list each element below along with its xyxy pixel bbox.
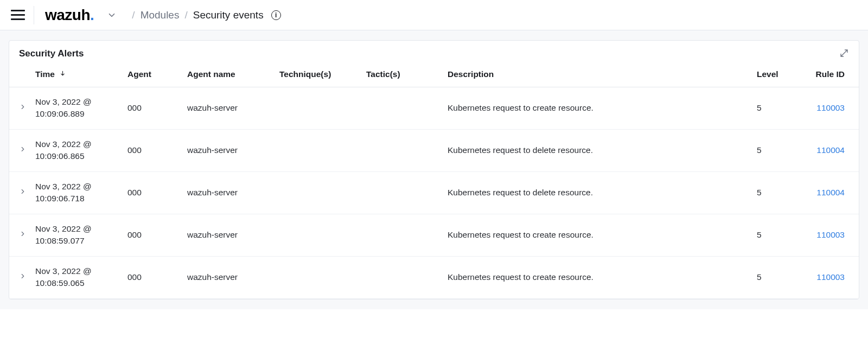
table-row[interactable]: Nov 3, 2022 @10:09:06.889000wazuh-server…: [9, 87, 859, 130]
breadcrumb-parent[interactable]: Modules: [141, 9, 180, 21]
table-row[interactable]: Nov 3, 2022 @10:08:59.077000wazuh-server…: [9, 214, 859, 256]
column-expand: [9, 64, 29, 87]
column-technique[interactable]: Technique(s): [273, 64, 360, 87]
logo-text: wazuh: [45, 7, 90, 24]
cell-level: 5: [750, 256, 799, 298]
chevron-right-icon: [19, 230, 27, 238]
cell-rule-id-link[interactable]: 110003: [799, 214, 859, 256]
cell-technique: [273, 214, 360, 256]
cell-technique: [273, 171, 360, 214]
alerts-table: Time Agent Agent name Technique(s) Tacti…: [9, 64, 859, 299]
app-menu-dropdown[interactable]: [107, 10, 117, 20]
cell-agent-name: wazuh-server: [181, 214, 273, 256]
menu-toggle-button[interactable]: [11, 8, 25, 22]
column-time[interactable]: Time: [29, 64, 121, 87]
cell-technique: [273, 87, 360, 130]
sort-down-icon: [59, 69, 66, 79]
cell-time: Nov 3, 2022 @10:09:06.718: [29, 171, 121, 214]
column-level[interactable]: Level: [750, 64, 799, 87]
cell-agent-name: wazuh-server: [181, 87, 273, 130]
cell-agent-name: wazuh-server: [181, 256, 273, 298]
cell-rule-id-link[interactable]: 110004: [799, 171, 859, 214]
cell-technique: [273, 256, 360, 298]
cell-agent-name: wazuh-server: [181, 129, 273, 171]
chevron-right-icon: [19, 272, 27, 280]
cell-description: Kubernetes request to create resource.: [441, 256, 750, 298]
column-rule-id[interactable]: Rule ID: [799, 64, 859, 87]
cell-description: Kubernetes request to delete resource.: [441, 129, 750, 171]
expand-icon: [839, 48, 849, 58]
cell-time: Nov 3, 2022 @10:09:06.865: [29, 129, 121, 171]
cell-description: Kubernetes request to delete resource.: [441, 171, 750, 214]
info-icon[interactable]: i: [271, 10, 281, 20]
page-body: Security Alerts Time Agent Agent name: [0, 30, 868, 309]
column-description[interactable]: Description: [441, 64, 750, 87]
cell-rule-id-link[interactable]: 110003: [799, 87, 859, 130]
divider: [34, 6, 34, 24]
cell-level: 5: [750, 129, 799, 171]
table-header-row: Time Agent Agent name Technique(s) Tacti…: [9, 64, 859, 87]
expand-row-button[interactable]: [19, 103, 27, 111]
cell-rule-id-link[interactable]: 110003: [799, 256, 859, 298]
chevron-right-icon: [19, 188, 27, 195]
cell-technique: [273, 129, 360, 171]
table-row[interactable]: Nov 3, 2022 @10:08:59.065000wazuh-server…: [9, 256, 859, 298]
column-tactic[interactable]: Tactic(s): [360, 64, 441, 87]
security-alerts-panel: Security Alerts Time Agent Agent name: [9, 40, 859, 299]
cell-level: 5: [750, 87, 799, 130]
fullscreen-button[interactable]: [839, 48, 849, 60]
chevron-right-icon: [19, 145, 27, 153]
cell-agent: 000: [121, 129, 181, 171]
cell-time: Nov 3, 2022 @10:08:59.077: [29, 214, 121, 256]
panel-title: Security Alerts: [19, 48, 84, 60]
expand-row-button[interactable]: [19, 145, 27, 153]
expand-row-button[interactable]: [19, 230, 27, 238]
column-agent[interactable]: Agent: [121, 64, 181, 87]
logo-dot: .: [90, 7, 94, 24]
cell-description: Kubernetes request to create resource.: [441, 214, 750, 256]
chevron-right-icon: [19, 103, 27, 111]
expand-row-button[interactable]: [19, 272, 27, 280]
cell-time: Nov 3, 2022 @10:08:59.065: [29, 256, 121, 298]
cell-agent: 000: [121, 87, 181, 130]
cell-agent: 000: [121, 256, 181, 298]
breadcrumb-separator: /: [132, 9, 135, 21]
breadcrumb-separator: /: [184, 9, 187, 21]
cell-agent-name: wazuh-server: [181, 171, 273, 214]
cell-level: 5: [750, 171, 799, 214]
cell-time: Nov 3, 2022 @10:09:06.889: [29, 87, 121, 130]
cell-description: Kubernetes request to create resource.: [441, 87, 750, 130]
app-logo[interactable]: wazuh.: [45, 7, 94, 24]
cell-tactic: [360, 87, 441, 130]
top-bar: wazuh. / Modules / Security events i: [0, 0, 868, 30]
cell-rule-id-link[interactable]: 110004: [799, 129, 859, 171]
breadcrumb-current: Security events: [193, 9, 264, 21]
chevron-down-icon: [107, 10, 117, 20]
cell-tactic: [360, 214, 441, 256]
cell-tactic: [360, 129, 441, 171]
cell-agent: 000: [121, 214, 181, 256]
breadcrumb: / Modules / Security events i: [132, 9, 280, 21]
cell-level: 5: [750, 214, 799, 256]
column-agent-name[interactable]: Agent name: [181, 64, 273, 87]
cell-tactic: [360, 171, 441, 214]
expand-row-button[interactable]: [19, 188, 27, 195]
cell-agent: 000: [121, 171, 181, 214]
table-row[interactable]: Nov 3, 2022 @10:09:06.865000wazuh-server…: [9, 129, 859, 171]
cell-tactic: [360, 256, 441, 298]
table-row[interactable]: Nov 3, 2022 @10:09:06.718000wazuh-server…: [9, 171, 859, 214]
